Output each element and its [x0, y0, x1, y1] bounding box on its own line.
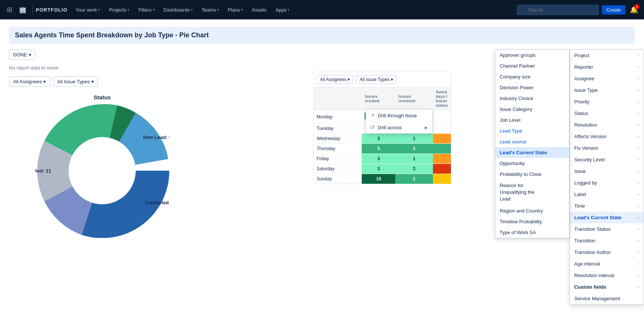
- submenu-lead-type[interactable]: Lead Type: [495, 125, 569, 136]
- table-row: Wednesday 3 1: [314, 134, 451, 144]
- issue-types-filter[interactable]: All Issue Types ▾: [53, 77, 98, 87]
- nav-apps[interactable]: Apps ▾: [271, 5, 293, 15]
- dropdown-item-reporter[interactable]: Reporter ›: [570, 61, 644, 73]
- chevron-right-icon: ▶: [425, 125, 428, 130]
- dropdown-item-issue[interactable]: Issue ›: [570, 165, 644, 177]
- table-row: Thursday 5 2: [314, 144, 451, 154]
- brand-label: PORTFOLIO: [36, 7, 67, 13]
- create-button[interactable]: Create: [602, 5, 625, 15]
- submenu-opportunity[interactable]: Opportunity: [495, 158, 569, 169]
- assignees-filter[interactable]: All Assignees ▾: [9, 77, 50, 87]
- chevron-right-icon: ›: [638, 181, 639, 185]
- pie-chart: New Lead: 5 Contacted by Email: 7 Lead i…: [35, 103, 169, 238]
- cell-avg: [433, 144, 451, 154]
- external-link-icon: ↗: [370, 112, 375, 118]
- chevron-right-icon: ›: [638, 123, 639, 127]
- submenu-company-size[interactable]: Company size: [495, 71, 569, 82]
- table-row: Sunday 10 2: [314, 174, 451, 184]
- table-issue-types-filter[interactable]: All Issue Types ▾: [356, 75, 396, 84]
- drill-through-item[interactable]: ↗ Drill through Issue: [366, 109, 432, 121]
- dropdown-item-affects-version[interactable]: Affects Version ›: [570, 131, 644, 142]
- cell-created: 3: [362, 154, 395, 164]
- done-button[interactable]: DONE ▾: [9, 50, 35, 60]
- dropdown-item-resolution-interval[interactable]: Resolution interval ›: [570, 270, 644, 281]
- dropdown-item-custom-fields[interactable]: Custom fields ›: [570, 281, 644, 293]
- nav-your-work[interactable]: Your work ▾: [72, 5, 104, 15]
- table-row: Saturday 3 2: [314, 164, 451, 174]
- chevron-right-icon: ›: [638, 192, 639, 196]
- table-assignees-filter[interactable]: All Assignees ▾: [317, 75, 353, 84]
- chevron-down-icon: ▾: [217, 8, 219, 12]
- cell-day: Friday: [314, 154, 362, 164]
- submenu-region-country[interactable]: Region and Country: [495, 205, 569, 216]
- dropdown-item-leads-current-state[interactable]: Lead's Current State ›: [570, 212, 644, 223]
- dropdown-item-age-interval[interactable]: Age interval ›: [570, 258, 644, 270]
- submenu-timeline-probability[interactable]: Timeline Probability: [495, 216, 569, 227]
- chevron-right-icon: ›: [638, 88, 639, 92]
- dropdown-item-service-management[interactable]: Service Management: [570, 293, 644, 304]
- nav-dashboards[interactable]: Dashboards ▾: [160, 5, 197, 15]
- dropdown-item-security-level[interactable]: Security Level ›: [570, 154, 644, 165]
- submenu-channel-partner[interactable]: Channel Partner: [495, 60, 569, 71]
- cell-day: Tuesday: [314, 124, 362, 134]
- dropdown-item-transition-status[interactable]: Transition Status ›: [570, 223, 644, 235]
- submenu-type-work-sa[interactable]: Type of Work SA: [495, 227, 569, 238]
- dropdown-item-priority[interactable]: Priority ›: [570, 96, 644, 108]
- arrow-right-icon: ↺: [370, 124, 375, 130]
- submenu-approver-groups[interactable]: Approver groups: [495, 50, 569, 60]
- chevron-right-icon: ›: [638, 239, 639, 243]
- chevron-right-icon: ›: [638, 262, 639, 266]
- submenu-job-level[interactable]: Job Level: [495, 115, 569, 125]
- search-input[interactable]: [517, 5, 599, 15]
- dropdown-item-resolution[interactable]: Resolution ›: [570, 119, 644, 131]
- nav-filters[interactable]: Filters ▾: [135, 5, 158, 15]
- chevron-right-icon: ›: [638, 100, 639, 104]
- cell-day: Thursday: [314, 144, 362, 154]
- cell-created: 3: [362, 134, 395, 144]
- chevron-right-icon: ›: [638, 169, 639, 173]
- cell-created: 10: [362, 174, 395, 184]
- submenu-industry-choice[interactable]: Industry Choice: [495, 93, 569, 104]
- notification-button[interactable]: 🔔 2: [628, 4, 640, 15]
- label-contacted: Contacted by Email: 7: [145, 200, 169, 205]
- chevron-right-icon: ›: [638, 77, 639, 81]
- submenu-reason-unqualifying[interactable]: Reason forUnqualifying theLead: [495, 180, 569, 205]
- dropdown-item-assignee[interactable]: Assignee ›: [570, 73, 644, 84]
- cell-avg: [433, 164, 451, 174]
- cell-resolved: 2: [395, 144, 433, 154]
- dropdown-item-logged-by[interactable]: Logged by ›: [570, 177, 644, 189]
- cell-created: 3: [362, 164, 395, 174]
- chevron-right-icon: ›: [638, 227, 639, 231]
- dropdown-item-time[interactable]: Time ›: [570, 200, 644, 212]
- nav-teams[interactable]: Teams ▾: [198, 5, 223, 15]
- dropdown-item-status[interactable]: Status ›: [570, 108, 644, 119]
- dropdown-item-transition[interactable]: Transition ›: [570, 235, 644, 246]
- submenu-leads-current-state[interactable]: Lead's Current State: [495, 147, 569, 158]
- cell-avg: [433, 154, 451, 164]
- dropdown-item-project[interactable]: Project ›: [570, 50, 644, 61]
- nav-plans[interactable]: Plans ▾: [224, 5, 247, 15]
- nav-assets[interactable]: Assets: [248, 5, 270, 15]
- dropdown-item-fix-version[interactable]: Fix Version ›: [570, 142, 644, 154]
- nav-divider: [32, 5, 33, 14]
- nav-projects[interactable]: Projects ▾: [105, 5, 133, 15]
- dropdown-item-label[interactable]: Label ›: [570, 189, 644, 200]
- chevron-right-icon: ›: [638, 215, 639, 220]
- cell-day: Monday: [314, 110, 362, 124]
- cell-resolved: 1: [395, 154, 433, 164]
- cell-avg: [433, 174, 451, 184]
- grid-icon[interactable]: ⊞: [4, 3, 15, 16]
- submenu-lead-source[interactable]: Lead source: [495, 136, 569, 147]
- dropdown-item-transition-author[interactable]: Transition Author ›: [570, 246, 644, 258]
- submenu-issue-category[interactable]: Issue Category: [495, 104, 569, 115]
- dropdown-panel-2: Approver groups Channel Partner Company …: [495, 49, 569, 238]
- cell-avg: [433, 124, 451, 134]
- drill-across-item[interactable]: ↺ Drill across ▶: [366, 121, 432, 133]
- chevron-right-icon: ›: [638, 285, 639, 289]
- dropdown-item-issue-type[interactable]: Issue Type ›: [570, 84, 644, 96]
- submenu-probability-close[interactable]: Probability to Close: [495, 169, 569, 180]
- data-table: Issuescreated Issuesresolved Averadays i…: [314, 87, 451, 184]
- cell-day: Sunday: [314, 174, 362, 184]
- submenu-decision-power[interactable]: Decision Power: [495, 82, 569, 93]
- col-header-created: Issuescreated: [362, 87, 395, 110]
